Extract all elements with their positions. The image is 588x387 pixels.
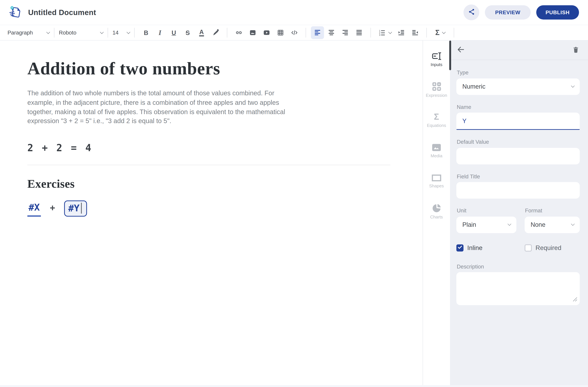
input-token-x[interactable]: #X: [27, 202, 41, 217]
format-label: Format: [525, 208, 580, 213]
outdent-icon: [411, 29, 419, 36]
resize-handle-icon[interactable]: [573, 296, 578, 303]
check-icon: [457, 244, 463, 252]
description-label: Description: [457, 264, 580, 269]
default-value-input[interactable]: [456, 148, 580, 164]
share-icon: [468, 8, 475, 17]
required-checkbox[interactable]: [525, 244, 532, 252]
media-icon: [432, 143, 441, 152]
divider: [306, 28, 306, 38]
rail-item-label: Shapes: [429, 184, 444, 188]
field-title-label: Field Title: [457, 174, 580, 179]
input-token-y-label: #Y: [68, 203, 80, 213]
align-justify-button[interactable]: [353, 26, 366, 39]
insert-image-button[interactable]: [246, 26, 259, 39]
align-center-button[interactable]: [325, 26, 338, 39]
math-expression[interactable]: 2 + 2 = 4: [27, 142, 423, 154]
divider: [134, 28, 135, 38]
insert-table-button[interactable]: [274, 26, 287, 39]
highlighter-icon: [212, 29, 219, 36]
code-view-button[interactable]: [288, 26, 301, 39]
chevron-down-icon: [126, 30, 130, 34]
rail-item-inputs[interactable]: Inputs: [423, 44, 450, 75]
type-select[interactable]: Numeric: [456, 78, 580, 95]
ordered-list-button[interactable]: 1 2 3: [376, 26, 394, 39]
field-title-input[interactable]: [456, 182, 580, 199]
divider: [370, 28, 371, 38]
format-select[interactable]: None: [525, 216, 580, 233]
expression-equals[interactable]: =: [71, 142, 77, 154]
rail-item-media[interactable]: Media: [423, 136, 450, 166]
formatting-toolbar: Paragraph Roboto 14 B I U S A: [0, 25, 588, 41]
rail-item-label: Media: [431, 154, 442, 158]
insert-link-button[interactable]: [232, 26, 245, 39]
text-color-button[interactable]: A: [195, 26, 208, 39]
font-size-select[interactable]: 14: [113, 30, 130, 36]
chevron-down-icon: [571, 84, 575, 88]
expression-operand[interactable]: 2: [27, 142, 33, 154]
align-right-button[interactable]: [338, 26, 352, 39]
app-header: Untitled Document PREVIEW PUBLISH: [0, 0, 588, 25]
exercise-operator[interactable]: +: [50, 202, 55, 212]
divider: [227, 28, 227, 38]
insert-video-button[interactable]: [260, 26, 273, 39]
unit-select[interactable]: Plain: [456, 216, 516, 233]
svg-text:3: 3: [379, 34, 380, 36]
document-paragraph[interactable]: The addition of two whole numbers is the…: [27, 89, 290, 126]
equation-button[interactable]: Σ: [432, 26, 449, 39]
document-heading[interactable]: Addition of two numbers: [27, 58, 423, 79]
link-icon: [235, 29, 242, 36]
font-family-value: Roboto: [59, 30, 76, 36]
increase-indent-button[interactable]: [395, 26, 407, 39]
rail-item-equations[interactable]: Σ Equations: [423, 105, 450, 136]
inline-checkbox[interactable]: [456, 244, 463, 252]
code-icon: [290, 29, 298, 36]
divider: [454, 28, 454, 38]
paragraph-style-value: Paragraph: [7, 30, 33, 36]
active-tab-indicator: [449, 41, 451, 70]
decrease-indent-button[interactable]: [408, 26, 421, 39]
name-label: Name: [457, 104, 580, 110]
underline-button[interactable]: U: [167, 26, 180, 39]
expression-operator[interactable]: +: [42, 142, 48, 154]
rail-item-expression[interactable]: Expression: [423, 75, 450, 105]
rail-item-label: Inputs: [431, 63, 442, 67]
align-left-button[interactable]: [311, 26, 324, 39]
input-token-y-selected[interactable]: #Y: [64, 200, 87, 216]
document-canvas[interactable]: Addition of two numbers The addition of …: [0, 41, 422, 385]
rail-item-label: Equations: [427, 124, 446, 128]
exercise-row: #X + #Y: [27, 202, 423, 217]
share-button[interactable]: [464, 5, 479, 20]
align-center-icon: [328, 29, 335, 36]
name-value: Y: [462, 117, 466, 124]
document-title[interactable]: Untitled Document: [28, 8, 96, 17]
video-icon: [263, 29, 270, 36]
back-button[interactable]: [454, 43, 468, 57]
highlight-button[interactable]: [209, 26, 222, 39]
expression-result[interactable]: 4: [85, 142, 91, 154]
divider: [426, 28, 427, 38]
rail-item-label: Expression: [426, 93, 447, 98]
description-textarea[interactable]: [456, 272, 580, 305]
strikethrough-button[interactable]: S: [181, 26, 194, 39]
publish-button[interactable]: PUBLISH: [536, 5, 579, 20]
type-label: Type: [457, 70, 580, 75]
expression-operand[interactable]: 2: [56, 142, 62, 154]
document-subheading[interactable]: Exercises: [27, 177, 423, 191]
sigma-icon: Σ: [435, 28, 440, 37]
chevron-down-icon: [442, 30, 446, 34]
bold-button[interactable]: B: [140, 26, 152, 39]
name-input[interactable]: Y: [456, 113, 580, 130]
rail-item-shapes[interactable]: Shapes: [423, 166, 450, 196]
format-value: None: [531, 221, 546, 228]
required-label: Required: [536, 244, 561, 252]
font-family-select[interactable]: Roboto: [59, 30, 103, 36]
delete-input-button[interactable]: [568, 43, 583, 57]
inline-label: Inline: [467, 244, 483, 252]
horizontal-rule: [27, 165, 390, 165]
paragraph-style-select[interactable]: Paragraph: [7, 30, 49, 36]
rail-item-charts[interactable]: Charts: [423, 196, 450, 227]
input-properties-panel: Type Numeric Name Y Default Value Field …: [450, 41, 588, 385]
italic-button[interactable]: I: [153, 26, 167, 39]
preview-button[interactable]: PREVIEW: [485, 5, 530, 20]
